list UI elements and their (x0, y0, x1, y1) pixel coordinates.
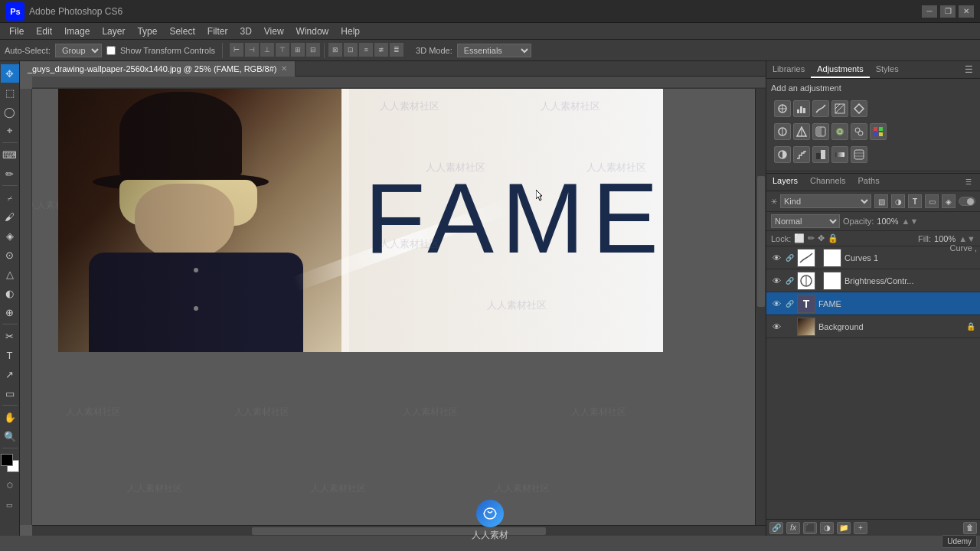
color-balance-adj-icon[interactable] (793, 123, 810, 140)
align-right-icon[interactable]: ⊥ (260, 43, 274, 57)
document-tab[interactable]: _guys_drawing-wallpaper-2560x1440.jpg @ … (20, 61, 296, 77)
photo-filter-adj-icon[interactable] (831, 123, 848, 140)
opacity-stepper[interactable]: ▲▼ (902, 217, 919, 226)
libraries-tab[interactable]: Libraries (766, 61, 811, 78)
menu-help[interactable]: Help (335, 24, 366, 38)
lock-image-icon[interactable]: ✏ (808, 233, 815, 243)
pen-tool[interactable]: ✂ (1, 327, 19, 345)
distribute-left-icon[interactable]: ⊠ (328, 43, 342, 57)
dodge-tool[interactable]: ⊕ (1, 303, 19, 321)
align-left-icon[interactable]: ⊢ (230, 43, 243, 57)
lock-position-icon[interactable]: ✥ (818, 233, 825, 243)
lasso-tool[interactable]: ◯ (1, 103, 19, 121)
filter-shape-icon[interactable]: ▭ (925, 194, 939, 208)
brightness-adj-icon[interactable] (774, 100, 791, 117)
distribute-center-v-icon[interactable]: ≣ (390, 43, 403, 57)
layer-row-brightness[interactable]: 👁 🔗 Brightness/Contr... (766, 269, 980, 292)
brush-tool[interactable]: 🖌 (1, 207, 19, 226)
foreground-color-swatch[interactable] (1, 454, 13, 466)
screen-mode-btn[interactable]: ▭ (1, 496, 19, 514)
clone-tool[interactable]: ◈ (1, 227, 19, 245)
filter-pixel-icon[interactable]: ▧ (874, 194, 888, 208)
essentials-select[interactable]: Essentials (457, 44, 531, 57)
distribute-center-h-icon[interactable]: ⊡ (344, 43, 358, 57)
posterize-adj-icon[interactable] (793, 146, 810, 163)
move-tool[interactable]: ✥ (1, 64, 19, 83)
menu-3d[interactable]: 3D (234, 24, 257, 38)
color-swatches[interactable] (1, 454, 19, 472)
hand-tool[interactable]: ✋ (1, 408, 19, 426)
styles-tab[interactable]: Styles (870, 61, 905, 78)
shape-tool[interactable]: ▭ (1, 384, 19, 403)
menu-edit[interactable]: Edit (30, 24, 58, 38)
levels-adj-icon[interactable] (793, 100, 810, 117)
adjustments-tab[interactable]: Adjustments (811, 61, 870, 78)
layer-vis-curves1[interactable]: 👁 (771, 253, 782, 263)
layer-row-fame[interactable]: 👁 🔗 T FAME (766, 292, 980, 315)
minimize-button[interactable]: ─ (922, 5, 937, 18)
menu-filter[interactable]: Filter (201, 24, 234, 38)
menu-file[interactable]: File (3, 24, 30, 38)
align-center-v-icon[interactable]: ⊞ (291, 43, 305, 57)
layer-vis-background[interactable]: 👁 (771, 321, 782, 332)
gradient-tool[interactable]: ◐ (1, 284, 19, 302)
menu-window[interactable]: Window (290, 24, 335, 38)
text-tool[interactable]: T (1, 346, 19, 364)
layer-vis-brightness[interactable]: 👁 (771, 276, 782, 286)
invert-adj-icon[interactable] (774, 146, 791, 163)
distribute-top-icon[interactable]: ≢ (374, 43, 388, 57)
spot-heal-tool[interactable]: ⌿ (1, 188, 19, 207)
quick-mask-btn[interactable]: ⬡ (1, 476, 19, 494)
channel-mixer-adj-icon[interactable] (851, 123, 867, 140)
filter-adj-icon[interactable]: ◑ (891, 194, 905, 208)
quick-select-tool[interactable]: ⌖ (1, 122, 19, 140)
filter-toggle[interactable] (959, 197, 975, 206)
layer-kind-select[interactable]: Kind (780, 194, 871, 208)
bw-adj-icon[interactable] (812, 123, 829, 140)
restore-button[interactable]: ❐ (940, 5, 956, 18)
new-group-btn[interactable]: 📁 (837, 522, 851, 534)
filter-smart-icon[interactable]: ◈ (942, 194, 956, 208)
selective-color-adj-icon[interactable] (851, 146, 867, 163)
crop-tool[interactable]: ⌨ (1, 145, 19, 164)
align-center-h-icon[interactable]: ⊣ (245, 43, 259, 57)
layer-mask-btn[interactable]: ⬛ (803, 522, 817, 534)
blend-mode-select[interactable]: Normal Multiply Screen (771, 214, 840, 228)
vibrance-adj-icon[interactable] (851, 100, 867, 117)
fill-stepper[interactable]: ▲▼ (959, 234, 975, 243)
layers-panel-menu-btn[interactable]: ☰ (960, 174, 977, 191)
path-tool[interactable]: ↗ (1, 365, 19, 383)
delete-layer-btn[interactable]: 🗑 (963, 522, 977, 534)
channels-tab[interactable]: Channels (804, 174, 851, 191)
threshold-adj-icon[interactable] (812, 146, 829, 163)
eraser-tool[interactable]: △ (1, 265, 19, 283)
new-layer-btn[interactable]: + (854, 522, 867, 534)
exposure-adj-icon[interactable] (831, 100, 848, 117)
menu-select[interactable]: Select (163, 24, 201, 38)
horizontal-scrollbar[interactable] (32, 525, 766, 536)
eyedropper-tool[interactable]: ✏ (1, 165, 19, 183)
zoom-tool[interactable]: 🔍 (1, 427, 19, 445)
curves-adj-icon[interactable] (812, 100, 829, 117)
menu-layer[interactable]: Layer (96, 24, 131, 38)
gradient-map-adj-icon[interactable] (831, 146, 848, 163)
layers-tab[interactable]: Layers (766, 174, 804, 191)
close-button[interactable]: ✕ (959, 5, 974, 18)
lock-all-icon[interactable]: 🔒 (828, 233, 838, 243)
hue-sat-adj-icon[interactable] (774, 123, 791, 140)
panel-menu-btn[interactable]: ☰ (960, 61, 977, 78)
vertical-scrollbar[interactable] (755, 89, 766, 525)
menu-type[interactable]: Type (131, 24, 163, 38)
align-bottom-icon[interactable]: ⊟ (306, 43, 320, 57)
h-scrollbar-thumb[interactable] (252, 527, 545, 535)
v-scrollbar-thumb[interactable] (757, 176, 765, 307)
layer-link-btn[interactable]: 🔗 (769, 522, 783, 534)
show-transform-checkbox[interactable] (106, 46, 116, 55)
menu-image[interactable]: Image (58, 24, 96, 38)
align-top-icon[interactable]: ⊤ (276, 43, 289, 57)
menu-view[interactable]: View (258, 24, 290, 38)
tab-close-icon[interactable]: ✕ (281, 64, 287, 73)
layer-row-background[interactable]: 👁 🔗 Background 🔒 (766, 315, 980, 338)
filter-text-icon[interactable]: T (908, 194, 922, 208)
marquee-tool[interactable]: ⬚ (1, 83, 19, 102)
